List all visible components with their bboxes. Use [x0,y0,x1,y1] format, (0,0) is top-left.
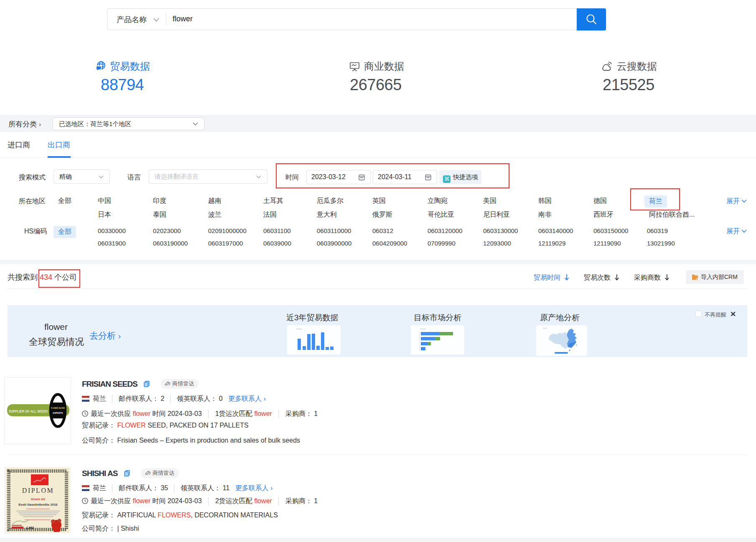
svg-text:LHV: LHV [26,526,34,530]
svg-text:DIPLOM: DIPLOM [22,487,54,494]
svg-text:Shishi AS: Shishi AS [31,497,46,501]
svg-text:FLOWER BLEND: FLOWER BLEND [51,407,65,409]
svg-text:Eesti Gasellettevõte 2016: Eesti Gasellettevõte 2016 [18,503,58,507]
svg-text:EXPERTS: EXPERTS [53,412,63,414]
svg-text:SUPPLIER OF ALL SEEDS: SUPPLIER OF ALL SEEDS [9,409,48,413]
